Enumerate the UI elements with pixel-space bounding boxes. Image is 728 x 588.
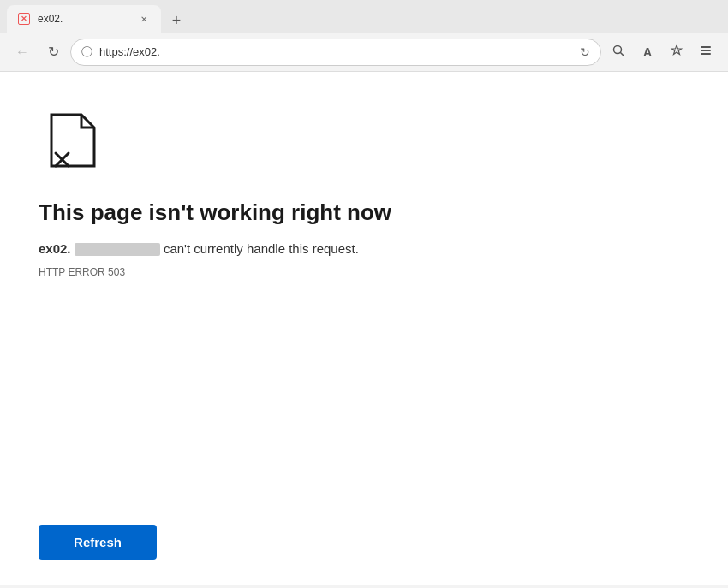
redacted-domain xyxy=(75,243,160,256)
favicon-error-icon: ✕ xyxy=(18,13,30,25)
search-button[interactable] xyxy=(605,39,632,66)
tab-title: ex02. xyxy=(38,13,130,25)
svg-line-1 xyxy=(621,52,624,56)
collections-button[interactable] xyxy=(692,39,719,66)
error-heading: This page isn't working right now xyxy=(39,199,689,228)
error-domain: ex02. xyxy=(39,241,71,256)
refresh-nav-icon: ↻ xyxy=(48,44,59,60)
broken-file-icon xyxy=(39,106,107,175)
svg-rect-2 xyxy=(701,46,711,48)
info-icon: ⓘ xyxy=(81,45,92,60)
url-text: https://ex02. xyxy=(99,45,573,58)
error-description-suffix: can't currently handle this request. xyxy=(164,241,359,256)
browser-window: ✕ ex02. ✕ + ← ↻ ⓘ https://ex02. ↻ xyxy=(0,0,728,588)
read-aloud-icon: A xyxy=(643,45,652,59)
collections-icon xyxy=(699,44,713,61)
svg-rect-4 xyxy=(701,53,711,55)
address-bar[interactable]: ⓘ https://ex02. ↻ xyxy=(70,39,601,66)
refresh-nav-button[interactable]: ↻ xyxy=(39,39,67,66)
refresh-button[interactable]: Refresh xyxy=(39,525,157,560)
browser-actions: A xyxy=(605,39,719,66)
back-button[interactable]: ← xyxy=(9,39,36,66)
page-content: This page isn't working right now ex02. … xyxy=(0,72,728,585)
active-tab[interactable]: ✕ ex02. ✕ xyxy=(7,5,161,33)
svg-rect-3 xyxy=(701,50,711,51)
error-description: ex02. can't currently handle this reques… xyxy=(39,241,689,257)
back-icon: ← xyxy=(15,45,29,60)
http-error-code: HTTP ERROR 503 xyxy=(39,266,689,278)
favorites-star-icon xyxy=(670,44,683,61)
error-icon-container xyxy=(39,106,689,178)
read-aloud-button[interactable]: A xyxy=(634,39,661,66)
address-refresh-icon: ↻ xyxy=(580,45,590,59)
favorites-button[interactable] xyxy=(663,39,690,66)
tab-favicon: ✕ xyxy=(17,12,31,26)
navigation-bar: ← ↻ ⓘ https://ex02. ↻ A xyxy=(0,33,728,72)
search-icon xyxy=(612,44,625,61)
tab-bar: ✕ ex02. ✕ + xyxy=(0,0,728,33)
tab-close-button[interactable]: ✕ xyxy=(137,12,151,26)
new-tab-button[interactable]: + xyxy=(164,9,188,33)
